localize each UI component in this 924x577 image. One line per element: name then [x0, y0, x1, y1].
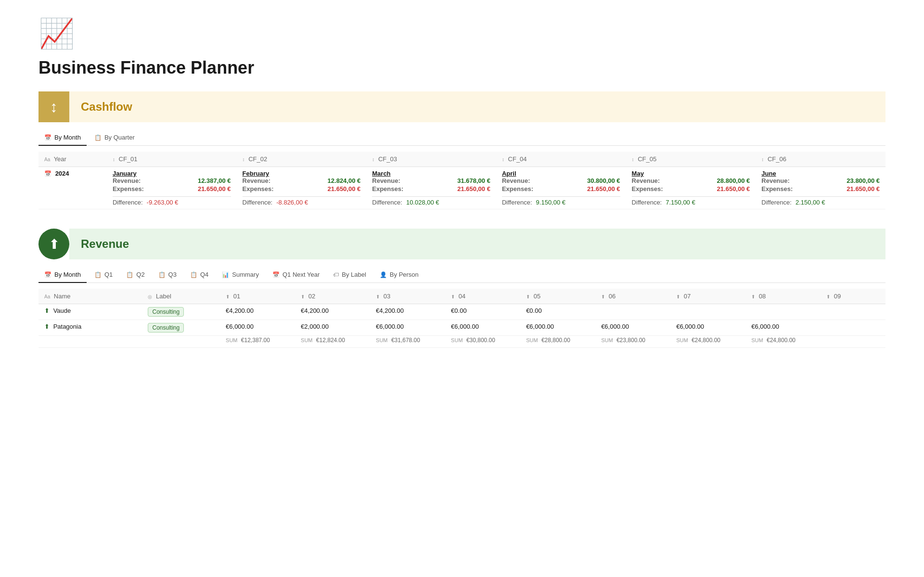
vaude-08 [745, 304, 821, 320]
col-rev-label: ◎ Label [142, 289, 220, 304]
col-rev-name: Aa Name [38, 289, 142, 304]
tab-revenue-by-month[interactable]: 📅 By Month [38, 267, 87, 283]
feb-diff-value: -8.826,00 € [276, 199, 308, 206]
apr-revenue-row: Revenue: 30.800,00 € [502, 177, 620, 184]
circle-icon-label: ◎ [148, 294, 152, 299]
feb-diff-row: Difference: -8.826,00 € [243, 196, 361, 206]
col-cf01: ↕ CF_01 [107, 152, 237, 167]
sum-label-07: SUM [676, 337, 688, 343]
patagonia-01: €6,000.00 [220, 320, 295, 336]
col-cf03-label: CF_03 [378, 155, 397, 163]
jan-revenue-row: Revenue: 12.387,00 € [113, 177, 231, 184]
cashflow-table: Aa Year ↕ CF_01 ↕ CF_02 ↕ [38, 152, 886, 209]
tab-by-quarter-label: By Quarter [104, 134, 135, 141]
revenue-section: ⬆ Revenue 📅 By Month 📋 Q1 📋 Q2 📋 Q3 [38, 229, 886, 348]
apr-diff-label: Difference: [502, 199, 532, 206]
patagonia-name: Patagonia [53, 323, 82, 330]
patagonia-04: €6,000.00 [445, 320, 520, 336]
revenue-header-row: Aa Name ◎ Label ⬆ 01 ⬆ 0 [38, 289, 886, 304]
revenue-title: Revenue [81, 237, 129, 251]
sum-04: SUM €30,800.00 [445, 336, 520, 348]
year-cell: 📅 2024 [38, 167, 107, 209]
tab-q1-label: Q1 [104, 271, 113, 278]
vaude-02: €4,200.00 [295, 304, 370, 320]
col-rev-09-label: 09 [834, 293, 841, 300]
tab-revenue-summary[interactable]: 📊 Summary [216, 267, 265, 283]
jan-diff-row: Difference: -9.263,00 € [113, 196, 231, 206]
revenue-header: ⬆ Revenue [38, 229, 886, 259]
sort-icon-cf02: ↕ [243, 157, 245, 162]
col-rev-05: ⬆ 05 [520, 289, 595, 304]
col-rev-03-label: 03 [384, 293, 390, 300]
col-cf02-label: CF_02 [248, 155, 267, 163]
col-rev-05-label: 05 [534, 293, 540, 300]
revenue-table: Aa Name ◎ Label ⬆ 01 ⬆ 0 [38, 289, 886, 348]
month-name-feb: February [243, 170, 361, 177]
revenue-table-body: ⬆ Vaude Consulting €4,200.00 €4,200.00 €… [38, 304, 886, 348]
tab-revenue-q1[interactable]: 📋 Q1 [89, 267, 118, 283]
col-rev-name-label: Name [54, 293, 71, 300]
col-cf05: ↕ CF_05 [626, 152, 756, 167]
tab-revenue-q1-next[interactable]: 📅 Q1 Next Year [267, 267, 325, 283]
cf04-cell: April Revenue: 30.800,00 € Expenses: 21.… [496, 167, 626, 209]
cashflow-table-body: 📅 2024 January Revenue: 12.387,00 € Exp [38, 167, 886, 209]
tab-revenue-q2[interactable]: 📋 Q2 [120, 267, 150, 283]
month-name-jan: January [113, 170, 231, 177]
col-rev-01-label: 01 [233, 293, 240, 300]
col-rev-08: ⬆ 08 [745, 289, 821, 304]
tab-revenue-by-person[interactable]: 👤 By Person [374, 267, 424, 283]
col-rev-01: ⬆ 01 [220, 289, 295, 304]
patagonia-up-icon: ⬆ [44, 323, 50, 330]
tab-revenue-by-label[interactable]: 🏷 By Label [327, 267, 372, 283]
col-rev-03: ⬆ 03 [370, 289, 445, 304]
mar-diff-value: 10.028,00 € [406, 199, 439, 206]
up-icon-07: ⬆ [676, 294, 680, 299]
up-icon-08: ⬆ [751, 294, 755, 299]
col-rev-07: ⬆ 07 [670, 289, 745, 304]
vaude-consulting-badge: Consulting [148, 307, 184, 317]
col-rev-06-label: 06 [609, 293, 616, 300]
may-expense-row: Expenses: 21.650,00 € [632, 185, 750, 192]
sum-05: SUM €28,800.00 [520, 336, 595, 348]
tab-revenue-q4[interactable]: 📋 Q4 [184, 267, 214, 283]
patagonia-name-cell: ⬆ Patagonia [38, 320, 142, 336]
tab-cashflow-by-quarter[interactable]: 📋 By Quarter [89, 130, 141, 146]
tab-q3-label: Q3 [168, 271, 177, 278]
revenue-sum-row: SUM €12,387.00 SUM €12,824.00 SUM €31,67… [38, 336, 886, 348]
grid-icon-q2: 📋 [126, 271, 133, 278]
vaude-01: €4,200.00 [220, 304, 295, 320]
mar-expense-value: 21.650,00 € [457, 185, 490, 192]
tab-q1-next-label: Q1 Next Year [282, 271, 320, 278]
mar-diff-row: Difference: 10.028,00 € [372, 196, 490, 206]
patagonia-07: €6,000.00 [670, 320, 745, 336]
feb-revenue-label: Revenue: [243, 177, 271, 184]
jun-expense-value: 21.650,00 € [847, 185, 880, 192]
feb-expense-row: Expenses: 21.650,00 € [243, 185, 361, 192]
vaude-06 [595, 304, 670, 320]
tab-rev-by-month-label: By Month [54, 271, 81, 278]
tab-by-month-label: By Month [54, 134, 81, 141]
col-rev-04: ⬆ 04 [445, 289, 520, 304]
tab-revenue-q3[interactable]: 📋 Q3 [153, 267, 182, 283]
tab-summary-label: Summary [232, 271, 259, 278]
tab-cashflow-by-month[interactable]: 📅 By Month [38, 130, 87, 146]
jan-diff-value: -9.263,00 € [147, 199, 179, 206]
sort-icon-cf05: ↕ [632, 157, 634, 162]
patagonia-05: €6,000.00 [520, 320, 595, 336]
sum-01: SUM €12,387.00 [220, 336, 295, 348]
feb-revenue-row: Revenue: 12.824,00 € [243, 177, 361, 184]
cashflow-tabs: 📅 By Month 📋 By Quarter [38, 130, 886, 146]
apr-diff-row: Difference: 9.150,00 € [502, 196, 620, 206]
cf03-cell: March Revenue: 31.678,00 € Expenses: 21.… [366, 167, 496, 209]
may-expense-label: Expenses: [632, 185, 663, 192]
cf01-cell: January Revenue: 12.387,00 € Expenses: 2… [107, 167, 237, 209]
grid-icon-q3: 📋 [158, 271, 166, 278]
jun-diff-value: 2.150,00 € [796, 199, 825, 206]
grid-icon-q1: 📋 [94, 271, 102, 278]
patagonia-08: €6,000.00 [745, 320, 821, 336]
jan-expense-row: Expenses: 21.650,00 € [113, 185, 231, 192]
may-expense-value: 21.650,00 € [717, 185, 750, 192]
sort-icon-cf01: ↕ [113, 157, 115, 162]
feb-expense-value: 21.650,00 € [328, 185, 361, 192]
sum-08: SUM €24,800.00 [745, 336, 821, 348]
